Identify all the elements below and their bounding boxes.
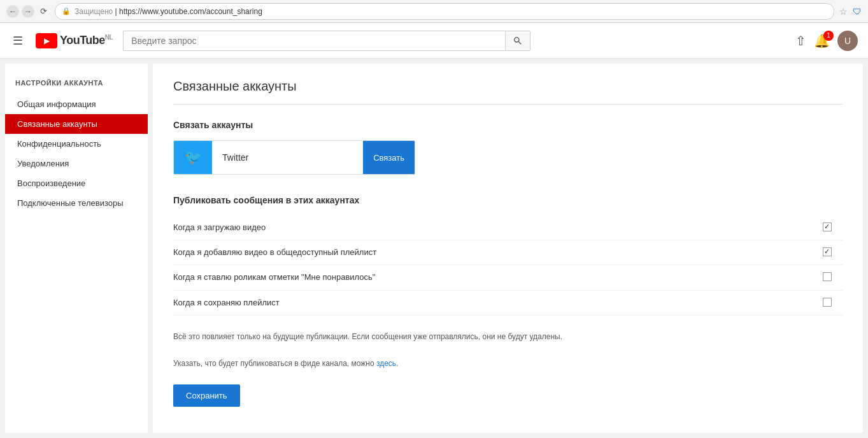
menu-icon[interactable]: ☰ bbox=[10, 31, 25, 50]
bookmark-button[interactable]: ☆ bbox=[839, 6, 848, 17]
search-button[interactable] bbox=[505, 31, 530, 51]
shield-button[interactable]: 🛡 bbox=[853, 6, 862, 17]
save-button[interactable]: Сохранить bbox=[173, 384, 240, 407]
sidebar: НАСТРОЙКИ АККАУНТА Общая информация Связ… bbox=[5, 64, 148, 433]
checkbox-row-0: Когда я загружаю видео bbox=[173, 215, 843, 240]
checkbox-label-0: Когда я загружаю видео bbox=[173, 222, 802, 233]
sidebar-item-general[interactable]: Общая информация bbox=[5, 94, 148, 114]
checkbox-save-playlist[interactable] bbox=[823, 298, 832, 307]
publish-section: Публиковать сообщения в этих аккаунтах К… bbox=[173, 195, 843, 316]
sidebar-item-notifications[interactable]: Уведомления bbox=[5, 154, 148, 173]
nav-buttons: ← → ⟳ bbox=[6, 5, 50, 18]
checkbox-playlist-add[interactable] bbox=[823, 247, 832, 256]
search-icon bbox=[513, 36, 523, 46]
browser-chrome: ← → ⟳ 🔒 Защищено | https://www.youtube.c… bbox=[0, 0, 868, 23]
forward-button[interactable]: → bbox=[22, 5, 34, 18]
address-bar[interactable]: 🔒 Защищено | https://www.youtube.com/acc… bbox=[55, 3, 834, 20]
note-text-2: Указать, что будет публиковаться в фиде … bbox=[173, 358, 843, 369]
twitter-name: Twitter bbox=[212, 152, 363, 163]
page-title: Связанные аккаунты bbox=[173, 79, 843, 105]
reload-button[interactable]: ⟳ bbox=[37, 5, 50, 18]
lock-icon: 🔒 bbox=[62, 7, 71, 15]
youtube-header: ☰ ▶ YouTubeNL ⇧ 🔔 1 U bbox=[0, 23, 868, 59]
main-content: Связанные аккаунты Связать аккаунты 🐦 Tw… bbox=[153, 64, 863, 433]
checkbox-label-3: Когда я сохраняю плейлист bbox=[173, 297, 802, 309]
sidebar-item-tv[interactable]: Подключенные телевизоры bbox=[5, 193, 148, 213]
checkbox-row-2: Когда я ставлю роликам отметки "Мне понр… bbox=[173, 265, 843, 290]
checkbox-cell-1 bbox=[812, 247, 843, 256]
connect-button[interactable]: Связать bbox=[363, 141, 415, 174]
checkbox-row-3: Когда я сохраняю плейлист bbox=[173, 291, 843, 316]
twitter-logo-section: 🐦 bbox=[174, 141, 212, 174]
checkbox-label-1: Когда я добавляю видео в общедоступный п… bbox=[173, 247, 802, 258]
page-layout: НАСТРОЙКИ АККАУНТА Общая информация Связ… bbox=[0, 59, 868, 438]
checkbox-cell-2 bbox=[812, 272, 843, 281]
connect-section-title: Связать аккаунты bbox=[173, 120, 843, 130]
header-actions: ⇧ 🔔 1 U bbox=[795, 31, 858, 51]
sidebar-item-linked[interactable]: Связанные аккаунты bbox=[5, 114, 148, 134]
sidebar-item-playback[interactable]: Воспроизведение bbox=[5, 173, 148, 193]
notification-badge: 1 bbox=[823, 31, 834, 41]
search-container bbox=[123, 31, 785, 51]
connect-section: Связать аккаунты 🐦 Twitter Связать bbox=[173, 120, 843, 175]
upload-button[interactable]: ⇧ bbox=[795, 33, 806, 48]
twitter-connect-card: 🐦 Twitter Связать bbox=[173, 140, 415, 175]
checkbox-label-2: Когда я ставлю роликам отметки "Мне понр… bbox=[173, 272, 802, 283]
sidebar-title: НАСТРОЙКИ АККАУНТА bbox=[5, 74, 148, 94]
avatar[interactable]: U bbox=[837, 31, 858, 51]
twitter-bird-icon: 🐦 bbox=[185, 149, 202, 166]
youtube-logo-icon: ▶ bbox=[36, 33, 57, 48]
checkbox-like[interactable] bbox=[823, 272, 832, 281]
search-input[interactable] bbox=[123, 31, 505, 51]
checkbox-upload[interactable] bbox=[823, 223, 832, 231]
note-text-1: Всё это повлияет только на будущие публи… bbox=[173, 331, 843, 342]
notifications-button[interactable]: 🔔 1 bbox=[814, 33, 830, 48]
address-text: Защищено | https://www.youtube.com/accou… bbox=[75, 7, 827, 16]
checkbox-cell-3 bbox=[812, 297, 843, 307]
here-link[interactable]: здесь bbox=[376, 359, 396, 368]
checkbox-row-1: Когда я добавляю видео в общедоступный п… bbox=[173, 240, 843, 265]
checkbox-cell-0 bbox=[812, 222, 843, 231]
publish-section-title: Публиковать сообщения в этих аккаунтах bbox=[173, 195, 843, 205]
youtube-logo-text: YouTubeNL bbox=[60, 34, 113, 47]
sidebar-item-privacy[interactable]: Конфиденциальность bbox=[5, 134, 148, 154]
youtube-logo[interactable]: ▶ YouTubeNL bbox=[36, 33, 113, 48]
back-button[interactable]: ← bbox=[6, 5, 19, 18]
